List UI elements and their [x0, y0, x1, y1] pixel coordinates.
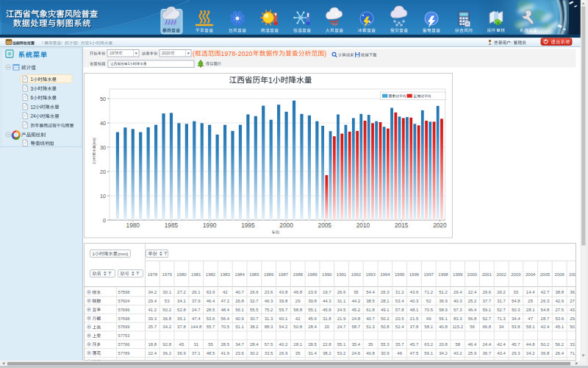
svg-text:48.4: 48.4	[220, 308, 229, 312]
svg-text:29.2: 29.2	[497, 290, 506, 294]
svg-text:55.1: 55.1	[337, 342, 346, 347]
svg-text:46.8: 46.8	[293, 290, 302, 294]
svg-text:40: 40	[100, 120, 106, 127]
svg-text:63.2: 63.2	[424, 342, 433, 347]
svg-text:41.2: 41.2	[148, 308, 157, 312]
svg-text:2002: 2002	[496, 272, 506, 277]
svg-text:54.8: 54.8	[512, 299, 520, 303]
svg-text:25.7: 25.7	[148, 325, 157, 329]
svg-text:1998: 1998	[438, 272, 448, 277]
svg-text:0: 0	[103, 217, 106, 224]
svg-text:26.1: 26.1	[192, 290, 201, 294]
svg-text:46.4: 46.4	[468, 308, 477, 312]
svg-text:34.2: 34.2	[526, 351, 535, 355]
svg-text:(mm): (mm)	[118, 251, 128, 256]
svg-text:57699: 57699	[118, 325, 130, 329]
svg-text:1983: 1983	[220, 272, 231, 277]
svg-text:44.3: 44.3	[323, 299, 331, 303]
svg-text:30.2: 30.2	[250, 351, 259, 355]
svg-text:1978: 1978	[110, 51, 118, 55]
svg-text:36.9: 36.9	[439, 299, 448, 303]
svg-text:29.6: 29.6	[482, 290, 491, 294]
svg-text:29.3: 29.3	[512, 351, 520, 355]
svg-text:30: 30	[100, 144, 106, 151]
svg-text:1990: 1990	[322, 272, 332, 277]
svg-text:50.8: 50.8	[293, 325, 302, 329]
svg-text:31.3: 31.3	[265, 316, 273, 321]
svg-text:37.1: 37.1	[192, 351, 201, 355]
svg-text:42.9: 42.9	[555, 299, 564, 303]
svg-text:43.4: 43.4	[497, 351, 506, 355]
svg-text:50.2: 50.2	[541, 342, 550, 347]
svg-text:43.8: 43.8	[279, 290, 288, 294]
svg-text:48.1: 48.1	[410, 308, 419, 312]
svg-text:58.8: 58.8	[293, 308, 302, 312]
svg-text:2010: 2010	[356, 222, 370, 229]
svg-text:1978: 1978	[148, 272, 158, 277]
svg-text:18.8: 18.8	[148, 342, 157, 347]
svg-text:34: 34	[499, 325, 504, 329]
svg-text:50.8: 50.8	[381, 325, 390, 329]
svg-text:34.2: 34.2	[162, 325, 171, 329]
svg-text:57698: 57698	[118, 316, 130, 321]
svg-text:2000: 2000	[279, 222, 293, 229]
svg-text:24.5: 24.5	[337, 308, 346, 312]
svg-text:75.2: 75.2	[265, 308, 273, 312]
svg-text:33.5: 33.5	[265, 351, 273, 355]
svg-text:58.1: 58.1	[424, 325, 433, 329]
svg-text:21.5: 21.5	[410, 316, 419, 321]
svg-text:1985: 1985	[249, 272, 259, 277]
svg-text:1990: 1990	[203, 222, 217, 229]
svg-text:19.7: 19.7	[323, 290, 331, 294]
svg-text:(mm): (mm)	[93, 138, 96, 146]
svg-text:28.4: 28.4	[250, 342, 259, 347]
svg-text:54.2: 54.2	[279, 325, 288, 329]
svg-text:1995: 1995	[395, 272, 405, 277]
svg-text:2000: 2000	[467, 272, 478, 277]
svg-text:28.1: 28.1	[381, 299, 390, 303]
svg-text:56.1: 56.1	[235, 308, 244, 312]
svg-text:52: 52	[426, 299, 431, 303]
svg-text:39.8: 39.8	[308, 299, 317, 303]
svg-text:33: 33	[514, 290, 519, 294]
svg-text:56.4: 56.4	[220, 316, 229, 321]
svg-text:49: 49	[426, 316, 431, 321]
svg-text:42.4: 42.4	[541, 325, 550, 329]
svg-text:20.8: 20.8	[439, 342, 448, 347]
svg-text:36.8: 36.8	[162, 316, 171, 321]
svg-text:43.6: 43.6	[410, 290, 419, 294]
svg-text:55.5: 55.5	[250, 308, 259, 312]
svg-text:30.9: 30.9	[381, 351, 390, 355]
svg-text:55.7: 55.7	[207, 325, 215, 329]
svg-text:51.1: 51.1	[235, 325, 244, 329]
svg-text:40.7: 40.7	[366, 316, 375, 321]
svg-text:43.2: 43.2	[453, 351, 462, 355]
svg-text:28.1: 28.1	[293, 342, 302, 347]
svg-text:59.1: 59.1	[482, 308, 491, 312]
svg-text:35: 35	[368, 342, 373, 347]
svg-text:46.4: 46.4	[468, 342, 477, 347]
svg-text:1986: 1986	[264, 272, 274, 277]
svg-text:26.8: 26.8	[235, 299, 244, 303]
svg-text:20: 20	[100, 169, 106, 175]
svg-text:52.7: 52.7	[482, 316, 491, 321]
svg-text:1988: 1988	[293, 272, 304, 277]
svg-text:115.2: 115.2	[452, 325, 463, 329]
svg-text:1978-2020: 1978-2020	[221, 50, 253, 57]
svg-text:1995: 1995	[241, 222, 255, 229]
svg-text:27.2: 27.2	[177, 290, 186, 294]
svg-text:51.2: 51.2	[439, 290, 448, 294]
svg-text:57753: 57753	[118, 333, 130, 338]
svg-text:28.5: 28.5	[220, 342, 229, 347]
svg-text:58.1: 58.1	[526, 325, 535, 329]
svg-text:50.2: 50.2	[162, 308, 171, 312]
svg-text:29.4: 29.4	[453, 290, 462, 294]
svg-text:39.8: 39.8	[279, 299, 288, 303]
svg-text:21.9: 21.9	[337, 316, 346, 321]
svg-text:23.6: 23.6	[265, 290, 273, 294]
svg-text:48.5: 48.5	[207, 351, 215, 355]
svg-text:38.8: 38.8	[555, 290, 564, 294]
svg-text:61.8: 61.8	[366, 308, 375, 312]
svg-text:66.8: 66.8	[482, 325, 491, 329]
svg-text:23.6: 23.6	[235, 351, 244, 355]
